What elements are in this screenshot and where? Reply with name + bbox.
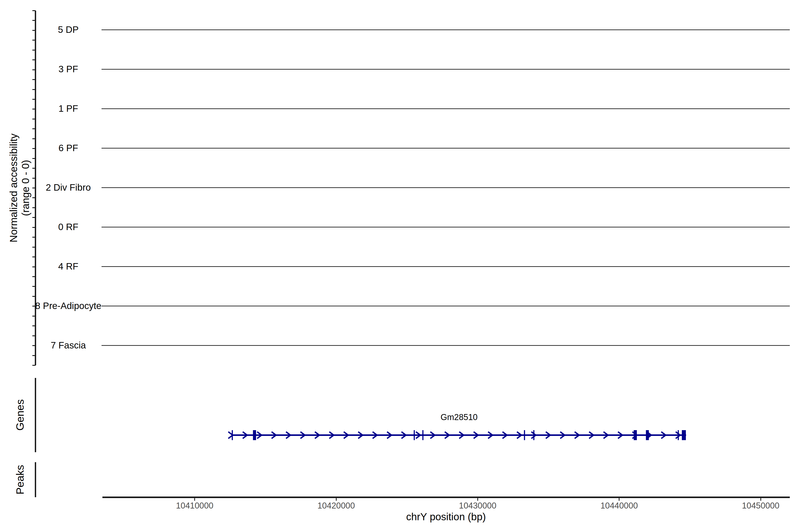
- gene-exon-block: [634, 430, 637, 440]
- gene-exon-block: [682, 430, 686, 440]
- x-axis-tick: [477, 498, 478, 501]
- x-axis-line: [102, 496, 790, 498]
- x-axis-tick: [194, 498, 195, 501]
- gene-exon-block: [646, 430, 649, 440]
- gene-model-glyph: [0, 0, 798, 532]
- x-axis-title: chrY position (bp): [406, 511, 486, 523]
- gene-exon-tick: [414, 430, 415, 440]
- x-axis-tick-label: 10440000: [601, 501, 638, 511]
- x-axis-tick-label: 10420000: [318, 501, 355, 511]
- x-axis-tick-label: 10450000: [742, 501, 779, 511]
- gene-exon-tick: [678, 430, 679, 440]
- x-axis-tick-label: 10410000: [176, 501, 213, 511]
- gene-exon-block: [253, 430, 256, 440]
- peaks-section-label: Peaks: [14, 465, 26, 494]
- figure-canvas: Normalized accessibility (range 0 - 0) 5…: [0, 0, 798, 532]
- x-axis-tick-label: 10430000: [459, 501, 496, 511]
- gene-exon-tick: [232, 430, 233, 440]
- gene-exon-tick: [533, 430, 534, 440]
- x-axis-tick: [336, 498, 337, 501]
- gene-exon-tick: [524, 430, 525, 440]
- gene-exon-tick: [422, 430, 423, 440]
- peaks-bracket: [35, 462, 36, 497]
- x-axis-tick: [760, 498, 761, 501]
- x-axis-tick: [619, 498, 620, 501]
